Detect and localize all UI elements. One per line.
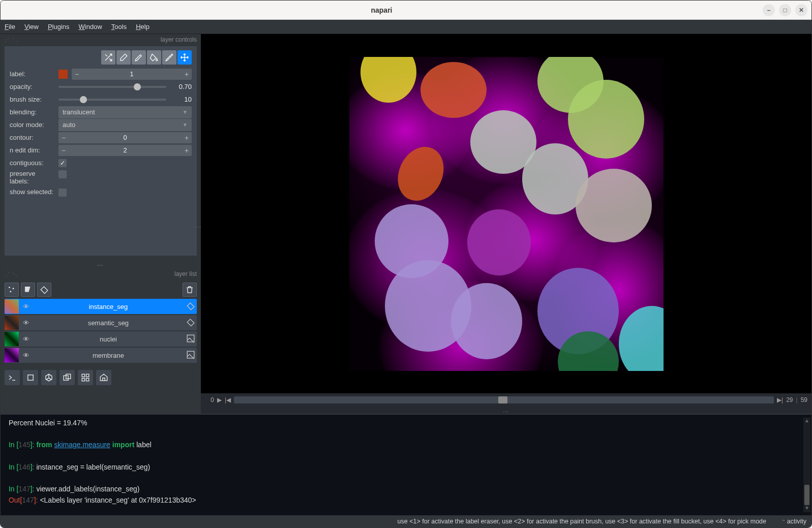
layer-item-membrane[interactable]: 👁 membrane <box>5 348 197 363</box>
menu-window[interactable]: Window <box>79 23 102 30</box>
layer-name: semantic_seg <box>32 319 185 327</box>
contour-spinbox[interactable]: − 0 + <box>58 132 192 143</box>
transpose-dims-button[interactable] <box>59 370 75 385</box>
viewer-canvas[interactable] <box>201 34 811 393</box>
layer-thumbnail <box>5 348 19 362</box>
dock-handle-icon[interactable]: ⋰ ⋱ <box>5 37 18 43</box>
blending-label: blending: <box>10 108 54 116</box>
toggle-console-button[interactable] <box>5 370 20 385</box>
vertical-resize-handle[interactable]: ⋮ <box>195 224 202 231</box>
label-label: label: <box>10 70 54 78</box>
contiguous-checkbox[interactable]: ✓ <box>58 159 67 167</box>
preserve-labels-checkbox[interactable] <box>58 170 67 178</box>
toggle-2d3d-button[interactable] <box>23 370 38 385</box>
reset-view-button[interactable] <box>96 370 111 385</box>
new-labels-layer-button[interactable] <box>37 283 51 297</box>
blending-value: translucent <box>63 108 95 116</box>
layer-name: instance_seg <box>32 303 185 310</box>
paint-brush-button[interactable] <box>132 50 146 65</box>
minimize-button[interactable]: – <box>763 4 775 16</box>
contour-increment[interactable]: + <box>182 134 192 142</box>
grid-mode-button[interactable] <box>78 370 93 385</box>
svg-point-0 <box>9 287 10 288</box>
menu-file[interactable]: File <box>5 23 15 30</box>
label-spinbox[interactable]: − 1 + <box>72 69 192 80</box>
step-back-button[interactable]: |◀ <box>225 396 231 403</box>
preserve-labels-label: preserve labels: <box>10 170 54 185</box>
chevron-down-icon: ▼ <box>183 109 188 115</box>
new-points-layer-button[interactable] <box>5 283 19 297</box>
console-scrollbar[interactable]: ▲ ▼ <box>803 418 810 512</box>
delete-layer-button[interactable] <box>183 283 197 297</box>
roll-dims-button[interactable] <box>41 370 56 385</box>
menu-tools[interactable]: Tools <box>111 23 127 30</box>
label-color-swatch[interactable] <box>58 70 68 79</box>
ipython-console[interactable]: Percent Nuclei = 19.47% In [145]: from s… <box>1 414 811 515</box>
layer-item-nuclei[interactable]: 👁 nuclei <box>5 331 197 347</box>
nedit-value: 2 <box>69 146 182 154</box>
layer-name: membrane <box>32 352 185 359</box>
nedit-spinbox[interactable]: − 2 + <box>58 145 192 156</box>
layer-item-semantic-seg[interactable]: 👁 semantic_seg <box>5 315 197 330</box>
nedit-increment[interactable]: + <box>182 146 192 154</box>
activity-button[interactable]: activity <box>781 518 806 525</box>
brush-size-slider[interactable] <box>58 94 166 105</box>
brush-size-value: 10 <box>170 96 192 103</box>
show-selected-checkbox[interactable] <box>58 189 67 197</box>
label-value: 1 <box>82 70 182 78</box>
frame-current: 29 <box>786 396 793 403</box>
blending-select[interactable]: translucent ▼ <box>58 106 192 118</box>
colormode-select[interactable]: auto ▼ <box>58 119 192 131</box>
svg-point-2 <box>10 291 11 292</box>
layer-item-instance-seg[interactable]: 👁 instance_seg <box>5 299 197 314</box>
layer-list-header: ⋰ ⋱ layer list <box>1 268 201 279</box>
dock-handle-icon[interactable]: ⋰ ⋱ <box>5 271 18 277</box>
colormode-label: color mode: <box>10 121 54 129</box>
layer-controls-panel: label: − 1 + opacity: 0.70 b <box>5 46 197 256</box>
panel-resize-handle[interactable]: … <box>1 259 201 268</box>
horizontal-resize-handle[interactable]: … <box>201 407 811 414</box>
visibility-toggle-icon[interactable]: 👁 <box>20 335 32 343</box>
fill-bucket-button[interactable] <box>147 50 161 65</box>
colormode-value: auto <box>63 121 75 129</box>
color-picker-button[interactable] <box>162 50 176 65</box>
svg-rect-5 <box>28 375 34 381</box>
opacity-slider[interactable] <box>58 81 166 92</box>
eraser-button[interactable] <box>116 50 131 65</box>
layer-thumbnail <box>5 299 19 314</box>
svg-rect-10 <box>82 379 84 381</box>
frame-value: 0 <box>205 396 214 403</box>
statusbar: use <1> for activate the label eraser, u… <box>1 515 811 527</box>
frame-total: 59 <box>801 396 807 403</box>
pan-zoom-button[interactable] <box>177 50 192 65</box>
opacity-label: opacity: <box>10 83 54 90</box>
label-increment[interactable]: + <box>182 70 192 78</box>
menu-view[interactable]: View <box>24 23 39 30</box>
label-decrement[interactable]: − <box>72 70 82 78</box>
visibility-toggle-icon[interactable]: 👁 <box>20 319 32 327</box>
scroll-down-icon[interactable]: ▼ <box>803 505 810 512</box>
scroll-up-icon[interactable]: ▲ <box>803 418 810 425</box>
visibility-toggle-icon[interactable]: 👁 <box>20 303 32 310</box>
contour-decrement[interactable]: − <box>58 134 69 142</box>
shuffle-colors-button[interactable] <box>101 50 115 65</box>
svg-rect-8 <box>82 374 84 377</box>
menu-plugins[interactable]: Plugins <box>48 23 70 30</box>
status-hint: use <1> for activate the label eraser, u… <box>398 518 766 525</box>
menubar: File View Plugins Window Tools Help <box>1 20 811 34</box>
dims-slider: 0 ▶ |◀ ▶| 29 | 59 <box>201 393 811 407</box>
svg-point-1 <box>13 288 14 289</box>
nedit-decrement[interactable]: − <box>58 146 69 154</box>
play-button[interactable]: ▶ <box>217 396 222 403</box>
maximize-button[interactable]: □ <box>779 4 791 16</box>
close-button[interactable]: ✕ <box>795 4 807 16</box>
svg-rect-9 <box>86 374 89 377</box>
visibility-toggle-icon[interactable]: 👁 <box>20 352 32 359</box>
menu-help[interactable]: Help <box>136 23 149 30</box>
new-shapes-layer-button[interactable] <box>21 283 35 297</box>
layer-thumbnail <box>5 316 19 330</box>
frame-slider[interactable] <box>234 396 774 403</box>
canvas-area: ⋮ <box>201 34 811 414</box>
step-forward-button[interactable]: ▶| <box>777 396 783 403</box>
window-title: napari <box>1 6 763 14</box>
